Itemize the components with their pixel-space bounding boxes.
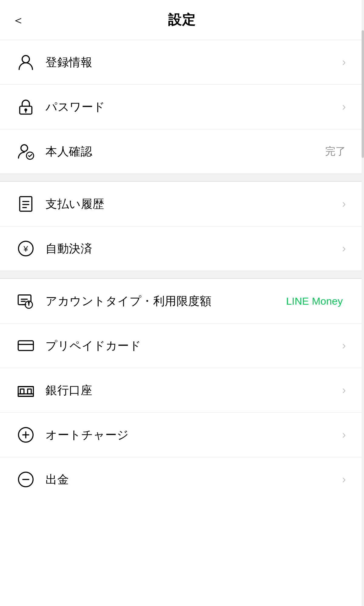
bank-account-label: 銀行口座	[46, 383, 342, 398]
auto-charge-label: オートチャージ	[46, 427, 342, 443]
chevron-icon: ›	[342, 56, 346, 69]
coin-plus-icon	[15, 424, 36, 445]
svg-point-15	[29, 302, 29, 303]
menu-item-account-type[interactable]: アカウントタイプ・利用限度額 LINE Money	[0, 279, 364, 323]
section-money: アカウントタイプ・利用限度額 LINE Money プリペイドカード › 銀行口…	[0, 279, 364, 502]
header: ＜ 設定	[0, 0, 364, 40]
menu-item-identity[interactable]: 本人確認 完了	[0, 129, 364, 174]
monitor-info-icon	[15, 290, 36, 312]
chevron-icon: ›	[342, 473, 346, 486]
account-type-value: LINE Money	[286, 295, 343, 307]
user-icon	[15, 52, 36, 73]
prepaid-card-label: プリペイドカード	[46, 338, 342, 354]
menu-item-auto-payment[interactable]: ¥ 自動決済 ›	[0, 226, 364, 271]
document-icon	[15, 193, 36, 215]
user-check-icon	[15, 141, 36, 162]
menu-item-withdrawal[interactable]: 出金 ›	[0, 457, 364, 502]
password-label: パスワード	[46, 99, 342, 115]
page-title: 設定	[168, 11, 196, 29]
identity-status: 完了	[325, 144, 346, 158]
menu-item-payment-history[interactable]: 支払い履歴 ›	[0, 182, 364, 226]
bank-icon	[15, 380, 36, 401]
svg-rect-19	[18, 341, 33, 350]
identity-label: 本人確認	[46, 144, 325, 159]
card-icon	[15, 335, 36, 356]
menu-item-password[interactable]: パスワード ›	[0, 85, 364, 129]
svg-text:¥: ¥	[23, 244, 28, 253]
coin-minus-icon	[15, 469, 36, 490]
registration-label: 登録情報	[46, 55, 342, 70]
svg-rect-6	[20, 197, 32, 211]
lock-icon	[15, 96, 36, 117]
chevron-icon: ›	[342, 198, 346, 210]
chevron-icon: ›	[342, 100, 346, 113]
chevron-icon: ›	[342, 428, 346, 441]
chevron-icon: ›	[342, 339, 346, 352]
payment-history-label: 支払い履歴	[46, 196, 342, 212]
menu-item-registration[interactable]: 登録情報 ›	[0, 40, 364, 85]
auto-payment-label: 自動決済	[46, 241, 342, 256]
section-account: 登録情報 › パスワード › 本人確認 完了	[0, 40, 364, 174]
menu-item-bank-account[interactable]: 銀行口座 ›	[0, 368, 364, 413]
back-button[interactable]: ＜	[12, 14, 24, 26]
svg-rect-22	[20, 389, 24, 394]
account-type-label: アカウントタイプ・利用限度額	[46, 293, 286, 309]
withdrawal-label: 出金	[46, 472, 342, 487]
scrollbar-thumb[interactable]	[362, 30, 364, 158]
section-payment: 支払い履歴 › ¥ 自動決済 ›	[0, 181, 364, 271]
yen-circle-icon: ¥	[15, 238, 36, 259]
svg-point-0	[22, 56, 29, 63]
menu-item-auto-charge[interactable]: オートチャージ ›	[0, 413, 364, 457]
section-separator-1	[0, 174, 364, 181]
section-separator-2	[0, 271, 364, 279]
chevron-icon: ›	[342, 242, 346, 255]
svg-rect-23	[28, 389, 31, 394]
svg-point-4	[21, 145, 28, 151]
chevron-icon: ›	[342, 384, 346, 397]
scrollbar[interactable]	[362, 0, 364, 606]
menu-item-prepaid-card[interactable]: プリペイドカード ›	[0, 323, 364, 368]
